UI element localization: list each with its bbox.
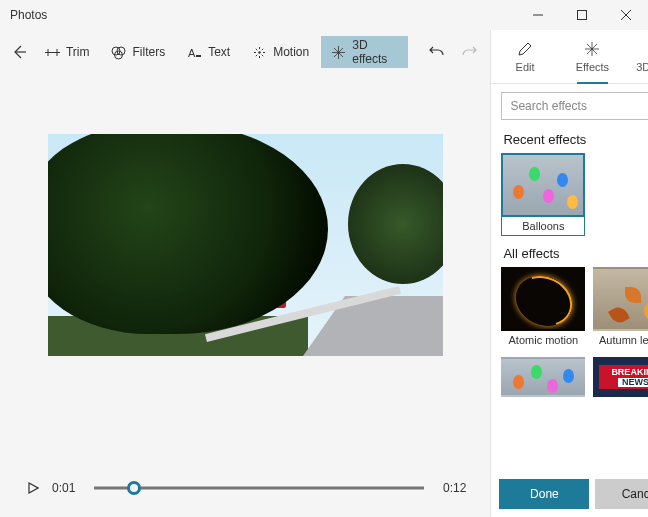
time-total: 0:12	[434, 481, 466, 495]
recent-effects-header: Recent effects	[503, 132, 586, 147]
timeline-slider[interactable]	[94, 473, 424, 503]
time-current: 0:01	[52, 481, 84, 495]
cancel-button[interactable]: Cancel	[595, 479, 648, 509]
timeline-handle[interactable]	[127, 481, 141, 495]
video-preview[interactable]	[48, 134, 443, 356]
editor-pane: Trim Filters A Text Motion 3D effects	[0, 30, 491, 517]
trim-icon	[45, 45, 60, 60]
svg-point-13	[258, 51, 260, 53]
tab-edit-label: Edit	[516, 61, 535, 73]
sparkle-icon	[331, 45, 346, 60]
close-button[interactable]	[604, 0, 648, 30]
3d-effects-label: 3D effects	[352, 38, 398, 66]
maximize-button[interactable]	[560, 0, 604, 30]
search-effects[interactable]	[501, 92, 648, 120]
effect-thumb	[593, 267, 648, 331]
effect-thumb	[501, 267, 585, 331]
toolbar: Trim Filters A Text Motion 3D effects	[0, 30, 490, 74]
pencil-icon	[516, 40, 534, 58]
redo-button[interactable]	[454, 36, 485, 68]
svg-rect-12	[196, 55, 201, 57]
sparkle-icon	[583, 40, 601, 58]
trim-button[interactable]: Trim	[35, 36, 100, 68]
done-button[interactable]: Done	[499, 479, 589, 509]
effect-card-balloons-2[interactable]	[501, 357, 585, 397]
effect-thumb	[501, 357, 585, 397]
motion-label: Motion	[273, 45, 309, 59]
filters-button[interactable]: Filters	[101, 36, 175, 68]
effect-thumb: BREAKINGNEWS	[593, 357, 648, 397]
effect-label: Atomic motion	[501, 331, 585, 349]
effect-card-autumn-leaves[interactable]: Autumn leaves	[593, 267, 648, 349]
tab-3d-library[interactable]: 3D library	[626, 30, 648, 83]
trim-label: Trim	[66, 45, 90, 59]
text-button[interactable]: A Text	[177, 36, 240, 68]
search-input[interactable]	[508, 98, 648, 114]
effect-card-atomic-motion[interactable]: Atomic motion	[501, 267, 585, 349]
effect-card-balloons[interactable]: Balloons	[501, 153, 585, 236]
all-effects-header: All effects	[503, 246, 559, 261]
3d-effects-button[interactable]: 3D effects	[321, 36, 408, 68]
effect-label: Balloons	[501, 217, 585, 236]
effects-panel: Edit Effects 3D library Recent effects C…	[491, 30, 648, 517]
undo-button[interactable]	[421, 36, 452, 68]
tab-effects[interactable]: Effects	[559, 30, 626, 83]
play-button[interactable]	[24, 479, 42, 497]
window-title: Photos	[0, 8, 47, 22]
back-button[interactable]	[6, 37, 33, 67]
effect-label: Autumn leaves	[593, 331, 648, 349]
filters-label: Filters	[132, 45, 165, 59]
effect-card-breaking-news[interactable]: BREAKINGNEWS	[593, 357, 648, 397]
motion-icon	[252, 45, 267, 60]
svg-text:A: A	[188, 47, 196, 59]
svg-rect-1	[578, 11, 587, 20]
effect-thumb	[501, 153, 585, 217]
title-bar: Photos	[0, 0, 648, 30]
filters-icon	[111, 45, 126, 60]
text-label: Text	[208, 45, 230, 59]
tab-library-label: 3D library	[636, 61, 648, 73]
tab-edit[interactable]: Edit	[491, 30, 558, 83]
text-icon: A	[187, 45, 202, 60]
minimize-button[interactable]	[516, 0, 560, 30]
motion-button[interactable]: Motion	[242, 36, 319, 68]
tab-effects-label: Effects	[576, 61, 609, 73]
